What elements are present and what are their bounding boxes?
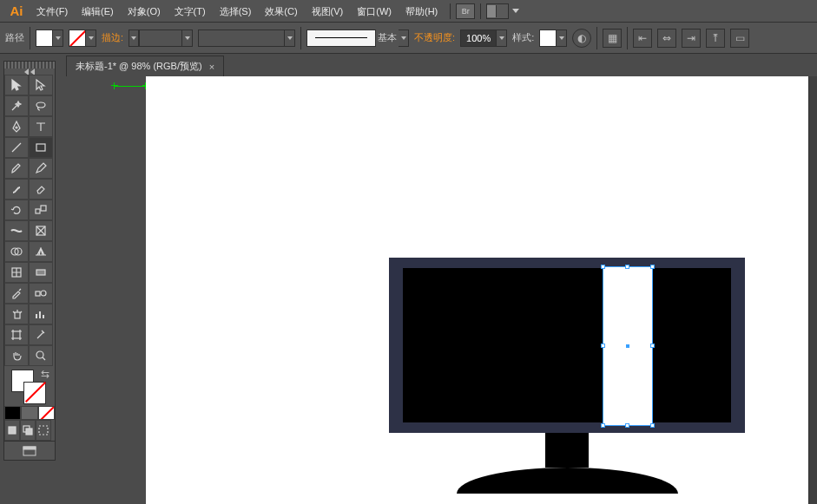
fill-swatch[interactable]: [36, 29, 53, 47]
handle-top-left[interactable]: [601, 265, 605, 269]
scale-tool[interactable]: [29, 200, 53, 220]
workspace[interactable]: [66, 76, 817, 504]
menu-edit[interactable]: 编辑(E): [75, 0, 121, 23]
draw-inside[interactable]: [36, 420, 51, 441]
handle-bottom-left[interactable]: [601, 423, 605, 428]
stroke-weight-field[interactable]: [139, 29, 182, 47]
selection-tool[interactable]: [4, 75, 29, 95]
stroke-profile-preview[interactable]: [306, 29, 376, 47]
monitor-screen[interactable]: [403, 268, 731, 422]
align-left-button[interactable]: ⇤: [633, 29, 652, 48]
document-tab-close-icon[interactable]: ×: [209, 62, 214, 72]
slice-tool[interactable]: [29, 324, 53, 345]
stroke-weight-group[interactable]: [128, 29, 193, 47]
fill-stroke-indicator[interactable]: ⇆: [4, 366, 55, 406]
draw-normal[interactable]: [4, 420, 20, 441]
graphic-style-dropdown-icon[interactable]: [557, 29, 567, 47]
perspective-grid-tool[interactable]: [29, 241, 53, 262]
opacity-dropdown-icon[interactable]: [497, 29, 507, 47]
blend-tool[interactable]: [29, 283, 53, 304]
stroke-swatch[interactable]: [69, 29, 86, 47]
stroke-dropdown-icon[interactable]: [86, 29, 96, 47]
graphic-style-group[interactable]: [539, 29, 567, 47]
color-mode-none[interactable]: [38, 406, 55, 420]
menu-effect[interactable]: 效果(C): [258, 0, 304, 23]
free-transform-tool[interactable]: [29, 220, 53, 241]
eyedropper-tool[interactable]: [4, 283, 29, 304]
stroke-profile-dropdown-icon[interactable]: [399, 29, 409, 47]
shape-builder-tool[interactable]: [4, 241, 29, 262]
magic-wand-tool[interactable]: [4, 95, 29, 116]
monitor-bezel[interactable]: [389, 258, 745, 433]
zoom-tool[interactable]: [29, 345, 53, 366]
stroke-weight-down-icon[interactable]: [128, 29, 139, 47]
stroke-dash-field[interactable]: [198, 29, 285, 47]
workspace-dropdown-icon[interactable]: [512, 9, 519, 13]
menu-select[interactable]: 选择(S): [213, 0, 259, 23]
screen-mode-button[interactable]: [4, 441, 55, 460]
align-right-button[interactable]: ⇥: [682, 29, 701, 48]
swap-fill-stroke-icon[interactable]: ⇆: [41, 368, 49, 380]
draw-behind[interactable]: [20, 420, 36, 441]
handle-top-right[interactable]: [650, 265, 655, 269]
menu-object[interactable]: 对象(O): [121, 0, 168, 23]
workspace-switcher[interactable]: [486, 3, 509, 19]
stroke-weight-dropdown-icon[interactable]: [182, 29, 193, 47]
rotate-tool[interactable]: [4, 200, 29, 220]
artboard[interactable]: [146, 76, 817, 504]
blob-brush-tool[interactable]: [4, 179, 29, 200]
pen-tool[interactable]: [4, 116, 29, 137]
handle-bottom-right[interactable]: [650, 423, 655, 428]
fill-dropdown-icon[interactable]: [53, 29, 63, 47]
stroke-dash-dropdown-icon[interactable]: [285, 29, 295, 47]
handle-middle-right[interactable]: [650, 344, 655, 348]
handle-top-middle[interactable]: [625, 265, 629, 269]
handle-middle-left[interactable]: [601, 344, 605, 348]
menu-help[interactable]: 帮助(H): [399, 0, 445, 23]
column-graph-tool[interactable]: [29, 304, 53, 324]
rectangle-tool[interactable]: [29, 137, 53, 158]
monitor-base[interactable]: [457, 468, 678, 494]
width-tool[interactable]: [4, 220, 29, 241]
gradient-tool[interactable]: [29, 262, 53, 283]
symbol-sprayer-tool[interactable]: [4, 304, 29, 324]
right-dock-collapsed[interactable]: [808, 76, 817, 504]
stroke-dash-group[interactable]: [198, 29, 295, 47]
tools-grip[interactable]: [4, 62, 55, 69]
menu-window[interactable]: 窗口(W): [350, 0, 399, 23]
opacity-group[interactable]: 100%: [460, 29, 507, 47]
pencil-tool[interactable]: [29, 158, 53, 179]
align-center-button[interactable]: ⇔: [657, 29, 676, 48]
type-tool[interactable]: [29, 116, 53, 137]
align-top-button[interactable]: ⤒: [706, 29, 725, 48]
stroke-indicator[interactable]: [23, 382, 46, 404]
fill-swatch-group[interactable]: [36, 29, 63, 47]
document-tab[interactable]: 未标题-1* @ 98% (RGB/预览) ×: [66, 56, 224, 76]
hand-tool[interactable]: [4, 345, 29, 366]
direct-selection-tool[interactable]: [29, 75, 53, 95]
stroke-swatch-group[interactable]: [69, 29, 96, 47]
color-mode-solid[interactable]: [4, 406, 21, 420]
mesh-tool[interactable]: [4, 262, 29, 283]
selected-rectangle[interactable]: [603, 266, 653, 426]
recolor-button[interactable]: ◐: [572, 29, 591, 48]
menu-type[interactable]: 文字(T): [168, 0, 213, 23]
monitor-neck[interactable]: [545, 433, 589, 468]
tools-collapse-icon[interactable]: [4, 69, 55, 75]
handle-bottom-middle[interactable]: [625, 423, 629, 428]
monitor-illustration[interactable]: [389, 258, 745, 494]
artboard-tool[interactable]: [4, 324, 29, 345]
stroke-profile-group[interactable]: 基本: [306, 29, 409, 47]
graphic-style-swatch[interactable]: [539, 29, 557, 47]
bridge-button[interactable]: Br: [456, 3, 475, 19]
color-mode-gradient[interactable]: [21, 406, 37, 420]
opacity-value[interactable]: 100%: [460, 29, 497, 47]
lasso-tool[interactable]: [29, 95, 53, 116]
menu-file[interactable]: 文件(F): [30, 0, 75, 23]
menu-view[interactable]: 视图(V): [305, 0, 351, 23]
eraser-tool[interactable]: [29, 179, 53, 200]
line-tool[interactable]: [4, 137, 29, 158]
transform-button[interactable]: ▭: [730, 29, 749, 48]
paintbrush-tool[interactable]: [4, 158, 29, 179]
align-panel-button[interactable]: ▦: [603, 29, 622, 48]
